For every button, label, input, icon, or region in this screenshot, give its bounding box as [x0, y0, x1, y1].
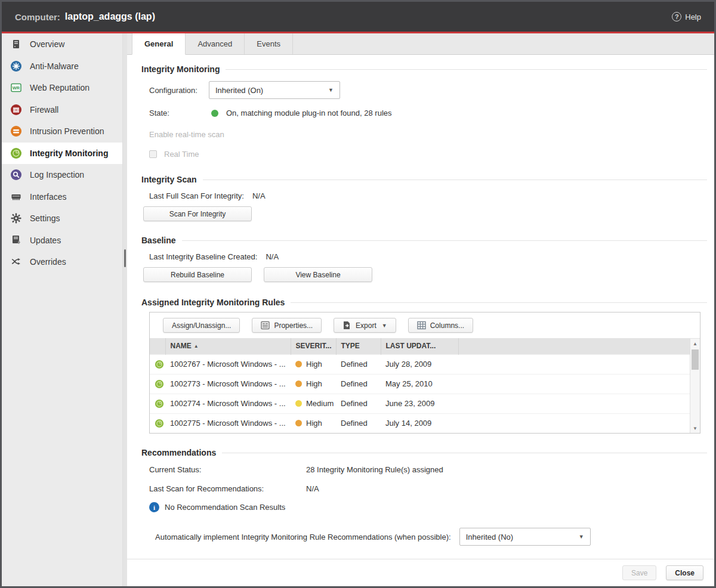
- configuration-select[interactable]: Inherited (On) ▼: [209, 81, 340, 99]
- sidebar-item-integrity-monitoring[interactable]: Integrity Monitoring: [2, 143, 127, 165]
- sidebar-item-overview[interactable]: Overview: [2, 33, 127, 55]
- help-button[interactable]: ? Help: [672, 12, 701, 21]
- configuration-label: Configuration:: [149, 86, 209, 95]
- table-row[interactable]: 1002773 - Microsoft Windows - ... High D…: [150, 374, 700, 394]
- rule-icon-cell: [150, 413, 165, 433]
- view-baseline-button[interactable]: View Baseline: [264, 267, 372, 282]
- section-rule: [226, 69, 707, 70]
- severity-dot: [295, 420, 302, 426]
- rule-name: 1002774 - Microsoft Windows - ...: [170, 399, 286, 408]
- sidebar-item-log-inspection[interactable]: Log Inspection: [2, 164, 127, 186]
- severity-label: High: [306, 360, 322, 369]
- tab-events[interactable]: Events: [245, 33, 293, 54]
- integrity-rule-icon: [155, 360, 164, 369]
- severity-dot: [295, 400, 302, 407]
- antimalware-icon: [11, 61, 21, 72]
- last-recommendation-scan-label: Last Scan for Recommendations:: [149, 484, 306, 493]
- section-rule: [182, 240, 707, 241]
- header-last-update[interactable]: LAST UPDAT...: [381, 338, 458, 354]
- sidebar-item-label: Integrity Monitoring: [30, 148, 108, 158]
- save-button[interactable]: Save: [622, 565, 656, 580]
- rule-type: Defined: [341, 419, 368, 428]
- header-name[interactable]: NAME▲: [165, 338, 291, 354]
- window-title-prefix: Computer:: [15, 12, 60, 22]
- firewall-icon: [11, 104, 21, 115]
- header-severity[interactable]: SEVERIT...: [291, 338, 336, 354]
- integrity-monitoring-icon: [11, 148, 21, 159]
- header-type[interactable]: TYPE: [336, 338, 381, 354]
- tab-general[interactable]: General: [132, 33, 186, 55]
- info-icon: i: [149, 502, 159, 512]
- severity-dot: [295, 380, 302, 387]
- real-time-checkbox[interactable]: [149, 150, 157, 158]
- auto-implement-label: Automatically implement Integrity Monito…: [155, 533, 451, 541]
- tab-advanced[interactable]: Advanced: [186, 33, 245, 54]
- assigned-rules-panel: Assign/Unassign... Properties...: [149, 312, 700, 434]
- table-row[interactable]: 1002774 - Microsoft Windows - ... Medium…: [150, 394, 700, 413]
- sidebar-item-firewall[interactable]: Firewall: [2, 99, 127, 121]
- rules-scrollbar[interactable]: ▲ ▼: [690, 339, 700, 433]
- columns-button[interactable]: Columns...: [408, 318, 473, 333]
- rule-last-update: July 28, 2009: [385, 360, 431, 369]
- rules-scrollbar-thumb[interactable]: [692, 349, 699, 370]
- sidebar-scrollbar-thumb[interactable]: [124, 249, 126, 267]
- assign-unassign-button[interactable]: Assign/Unassign...: [163, 318, 240, 333]
- properties-button[interactable]: Properties...: [252, 318, 322, 333]
- state-value: On, matching module plug-in not found, 2…: [226, 109, 392, 117]
- table-row[interactable]: 1002767 - Microsoft Windows - ... High D…: [150, 354, 700, 374]
- sidebar-item-settings[interactable]: Settings: [2, 208, 127, 230]
- section-title-integrity-monitoring: Integrity Monitoring: [141, 64, 707, 74]
- rules-scrollbar-track[interactable]: [690, 348, 700, 423]
- rules-table-header: NAME▲ SEVERIT... TYPE LAST UPDAT...: [150, 338, 700, 354]
- sort-asc-icon: ▲: [194, 343, 199, 349]
- help-icon: ?: [672, 12, 681, 21]
- chevron-down-icon: ▼: [382, 323, 387, 329]
- scan-for-integrity-button[interactable]: Scan For Integrity: [143, 206, 252, 221]
- export-button[interactable]: Export ▼: [334, 318, 396, 333]
- sidebar-scrollbar[interactable]: [122, 33, 127, 586]
- sidebar-item-interfaces[interactable]: Interfaces: [2, 186, 127, 208]
- rebuild-baseline-button[interactable]: Rebuild Baseline: [143, 267, 252, 282]
- rule-type: Defined: [341, 360, 368, 369]
- rules-table: NAME▲ SEVERIT... TYPE LAST UPDAT... 1002…: [150, 338, 700, 433]
- section-rule: [222, 453, 707, 453]
- log-inspection-icon: [11, 169, 21, 180]
- svg-text:WR: WR: [13, 85, 20, 91]
- last-baseline-value: N/A: [266, 252, 279, 261]
- scroll-down-icon[interactable]: ▼: [693, 423, 698, 433]
- computer-details-window: Computer: laptop_adaggs (lap) ? Help Ove…: [0, 0, 716, 588]
- sidebar-item-anti-malware[interactable]: Anti-Malware: [2, 55, 127, 78]
- severity-label: Medium: [306, 399, 334, 408]
- severity-label: High: [306, 379, 322, 388]
- auto-implement-select[interactable]: Inherited (No) ▼: [459, 528, 591, 546]
- interfaces-icon: [11, 191, 21, 202]
- sidebar-item-label: Updates: [30, 236, 61, 245]
- rule-name: 1002767 - Microsoft Windows - ...: [170, 360, 286, 369]
- close-button[interactable]: Close: [666, 565, 703, 580]
- integrity-rule-icon: [155, 419, 164, 428]
- scroll-up-icon[interactable]: ▲: [693, 339, 698, 348]
- sidebar-item-web-reputation[interactable]: WR Web Reputation: [2, 77, 127, 99]
- updates-icon: [11, 235, 21, 246]
- last-recommendation-scan-value: N/A: [306, 484, 319, 493]
- gear-icon: [11, 213, 21, 224]
- last-baseline-label: Last Integrity Baseline Created:: [149, 252, 257, 261]
- rule-last-update: May 25, 2010: [385, 379, 433, 388]
- real-time-label: Real Time: [164, 150, 199, 159]
- content-pane: General Advanced Events Integrity Monito…: [127, 33, 714, 586]
- web-reputation-icon: WR: [11, 82, 21, 93]
- rule-name: 1002775 - Microsoft Windows - ...: [170, 419, 286, 428]
- chevron-down-icon: ▼: [328, 87, 334, 93]
- columns-icon: [417, 321, 426, 330]
- table-row[interactable]: 1002775 - Microsoft Windows - ... High D…: [150, 413, 700, 433]
- current-status-value: 28 Integrity Monitoring Rule(s) assigned: [306, 465, 443, 474]
- state-label: State:: [149, 109, 209, 117]
- sidebar-item-overrides[interactable]: Overrides: [2, 251, 127, 273]
- sidebar-item-intrusion-prevention[interactable]: Intrusion Prevention: [2, 120, 127, 143]
- sidebar-item-updates[interactable]: Updates: [2, 230, 127, 252]
- section-rule: [203, 180, 707, 180]
- titlebar: Computer: laptop_adaggs (lap) ? Help: [2, 2, 714, 32]
- export-icon: [342, 321, 351, 330]
- tab-bar: General Advanced Events: [127, 33, 714, 55]
- section-title-baseline: Baseline: [141, 236, 707, 245]
